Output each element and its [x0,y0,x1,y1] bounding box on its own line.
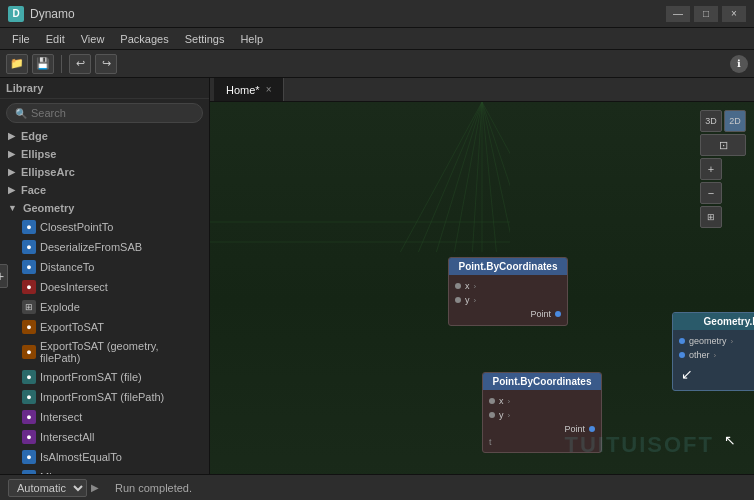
chevron-right-icon: ▶ [8,167,15,177]
port-dot-other [679,352,685,358]
maximize-button[interactable]: □ [694,6,718,22]
menubar: FileEditViewPackagesSettingsHelp [0,28,754,50]
node-type-icon: ● [22,430,36,444]
port-dot-x2 [489,398,495,404]
main-layout: + Library 🔍 ▶ Edge ▶ Ellipse ▶ EllipseAr… [0,78,754,474]
node-point2[interactable]: Point.ByCoordinates x › y › Point [482,372,602,453]
node-type-icon: ● [22,220,36,234]
node-type-icon: ● [22,320,36,334]
port-dot-x1 [455,283,461,289]
port-dot-geometry [679,338,685,344]
redo-button[interactable]: ↪ [95,54,117,74]
zoom-fit-button[interactable]: ⊞ [700,206,722,228]
sidebar-list: ▶ Edge ▶ Ellipse ▶ EllipseArc ▶ Face ▼ G… [0,127,209,474]
sidebar-item-ellipse[interactable]: ▶ Ellipse [0,145,209,163]
sidebar-item-mirror[interactable]: ● Mirror [0,467,209,474]
node-point2-title: Point.ByCoordinates [483,373,601,390]
node-type-icon: ⊞ [22,300,36,314]
sidebar-item-edge[interactable]: ▶ Edge [0,127,209,145]
open-button[interactable]: 📁 [6,54,28,74]
menu-item-edit[interactable]: Edit [38,31,73,47]
tab-bar: Home* × [210,78,754,102]
node-port-x2: x › [483,394,601,408]
add-to-canvas-button[interactable]: + [0,264,8,288]
node-distance-title: Geometry.DistanceTo [673,313,754,330]
node-port-out2: Point [483,422,601,436]
svg-line-10 [210,102,482,252]
node-type-icon: ● [22,280,36,294]
sidebar-item-intersectall[interactable]: ● IntersectAll [0,427,209,447]
node-port-y2: y › [483,408,601,422]
save-button[interactable]: 💾 [32,54,54,74]
node-distanceto[interactable]: Geometry.DistanceTo geometry › double ot… [672,312,754,391]
node-type-icon: ● [22,370,36,384]
menu-item-help[interactable]: Help [232,31,271,47]
sidebar-item-face[interactable]: ▶ Face [0,181,209,199]
node-type-icon: ● [22,240,36,254]
node-type-icon: ● [22,470,36,474]
status-text: Run completed. [115,482,192,494]
toolbar-separator [61,55,62,73]
node-port-y1: y › [449,293,567,307]
menu-item-view[interactable]: View [73,31,113,47]
svg-line-19 [482,102,510,252]
run-mode-select[interactable]: Automatic [8,479,87,497]
menu-item-settings[interactable]: Settings [177,31,233,47]
sidebar-item-explode[interactable]: ⊞ Explode [0,297,209,317]
port-dot-y1 [455,297,461,303]
chevron-right-icon: ▶ [8,149,15,159]
zoom-in-button[interactable]: + [700,158,722,180]
node-point2-body: x › y › Point t [483,390,601,452]
view-3d-button[interactable]: 3D [700,110,722,132]
run-arrow-icon: ▶ [91,482,99,493]
svg-line-14 [450,102,482,252]
node-type-icon: ● [22,450,36,464]
node-cursor-indicator: ↙ [673,362,754,386]
menu-item-packages[interactable]: Packages [112,31,176,47]
search-icon: 🔍 [15,108,27,119]
undo-button[interactable]: ↩ [69,54,91,74]
sidebar-item-distanceto[interactable]: ● DistanceTo [0,257,209,277]
tab-close-icon[interactable]: × [266,84,272,95]
svg-line-17 [482,102,510,252]
svg-line-12 [330,102,482,252]
node-point1[interactable]: Point.ByCoordinates x › y › Point [448,257,568,326]
titlebar: D Dynamo — □ × [0,0,754,28]
node-type-icon: ● [22,410,36,424]
sidebar-item-ellipsearc[interactable]: ▶ EllipseArc [0,163,209,181]
sidebar-item-deserializefromsab[interactable]: ● DeserializeFromSAB [0,237,209,257]
minimize-button[interactable]: — [666,6,690,22]
sidebar-item-isalmostequal[interactable]: ● IsAlmostEqualTo [0,447,209,467]
fit-view-button[interactable]: ⊡ [700,134,746,156]
canvas-area[interactable]: Home* × [210,78,754,474]
info-button[interactable]: ℹ [730,55,748,73]
svg-line-18 [482,102,510,252]
library-title: Library [0,78,209,99]
viewport[interactable]: Point.ByCoordinates x › y › Point [210,102,754,474]
menu-item-file[interactable]: File [4,31,38,47]
chevron-right-icon: ▶ [8,185,15,195]
port-dot-out1 [555,311,561,317]
port-dot-y2 [489,412,495,418]
view-2d-button[interactable]: 2D [724,110,746,132]
chevron-right-icon: ▶ [8,131,15,141]
canvas-cursor: ↖ [724,432,740,448]
canvas-controls: 3D 2D ⊡ + − ⊞ [700,110,746,228]
chevron-down-icon: ▼ [8,203,17,213]
search-input[interactable] [31,107,194,119]
node-port-x1: x › [449,279,567,293]
sidebar-item-importfromsat2[interactable]: ● ImportFromSAT (filePath) [0,387,209,407]
close-button[interactable]: × [722,6,746,22]
sidebar-item-intersect[interactable]: ● Intersect [0,407,209,427]
grid-background [210,102,510,252]
sidebar-item-exporttosat1[interactable]: ● ExportToSAT [0,317,209,337]
node-distance-body: geometry › double other › ↙ [673,330,754,390]
zoom-out-button[interactable]: − [700,182,722,204]
app-title: Dynamo [30,7,75,21]
sidebar-item-geometry[interactable]: ▼ Geometry [0,199,209,217]
sidebar-item-closestpointto[interactable]: ● ClosestPointTo [0,217,209,237]
sidebar-item-exporttosat2[interactable]: ● ExportToSAT (geometry, filePath) [0,337,209,367]
sidebar-item-doesintersect[interactable]: ● DoesIntersect [0,277,209,297]
tab-home[interactable]: Home* × [214,78,284,101]
sidebar-item-importfromsat1[interactable]: ● ImportFromSAT (file) [0,367,209,387]
